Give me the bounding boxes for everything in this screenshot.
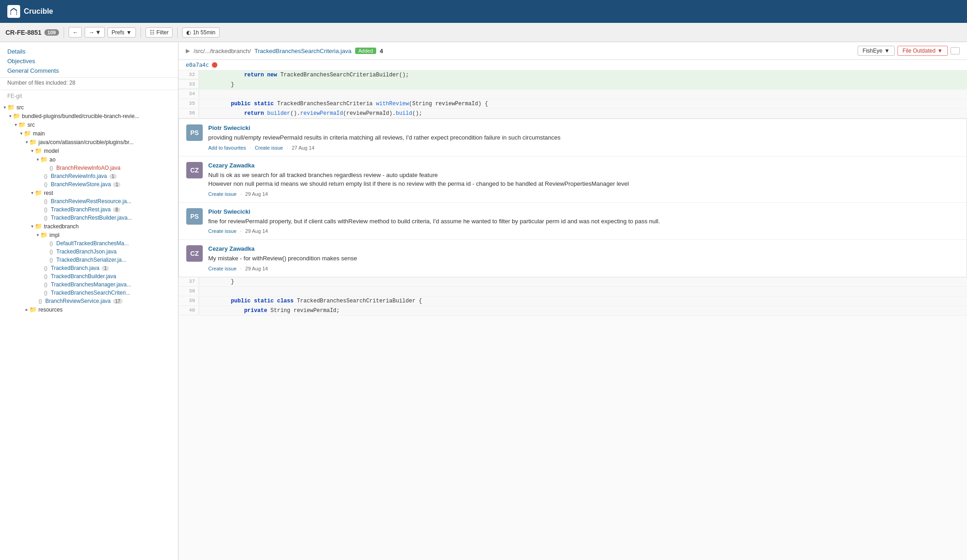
file-name: BranchReviewStore.java	[51, 181, 111, 188]
tree-item[interactable]: {}TrackedBranch.java1	[0, 264, 178, 272]
folder-icon: 📁	[29, 139, 37, 145]
tree-item[interactable]: ▾📁model	[0, 146, 178, 155]
commit-hash[interactable]: e0a7a4c	[186, 62, 209, 68]
code-line-40: 40 private String reviewPermaId;	[178, 306, 967, 316]
clock-icon: ◐	[186, 29, 191, 36]
code-line-34: 34	[178, 90, 967, 99]
folder-name: java/com/atlassian/crucible/plugins/br..…	[38, 139, 134, 145]
file-comment-badge: 17	[113, 299, 123, 304]
line-content-36: return builder().reviewPermaId(reviewPer…	[199, 109, 427, 118]
prefs-chevron-icon: ▼	[126, 29, 132, 36]
tree-item[interactable]: ▾📁bundled-plugins/bundled/crucible-branc…	[0, 112, 178, 120]
file-icon: {}	[43, 215, 49, 221]
tree-item[interactable]: {}TrackedBranchSerializer.ja...	[0, 256, 178, 264]
sidebar: Details Objectives General Comments Numb…	[0, 42, 178, 560]
top-header: Crucible	[0, 0, 967, 23]
code-line-39: 39 public static class TrackedBranchesSe…	[178, 296, 967, 306]
create-issue-link-4[interactable]: Create issue	[208, 266, 237, 271]
time-button[interactable]: ◐ 1h 55min	[182, 27, 219, 38]
nav-back-button[interactable]: ←	[69, 27, 82, 38]
add-to-fav-link-1[interactable]: Add to favourites	[208, 145, 246, 151]
comment-actions-1: Add to favourites · Create issue · 27 Au…	[208, 145, 959, 151]
filter-icon: ☷	[150, 29, 155, 36]
expand-icon[interactable]	[951, 47, 960, 54]
tree-item[interactable]: ▾📁rest	[0, 188, 178, 197]
tree-item[interactable]: ▾📁ao	[0, 155, 178, 164]
time-label: 1h 55min	[193, 29, 215, 36]
nav-forward-group[interactable]: → ▼	[85, 27, 105, 38]
tree-item[interactable]: {}BranchReviewStore.java1	[0, 180, 178, 188]
file-name: TrackedBranchesManager.java...	[51, 281, 131, 288]
file-comment-badge: 8	[113, 207, 120, 212]
file-comment-badge: 1	[113, 182, 120, 187]
tree-item[interactable]: {}TrackedBranchRestBuilder.java...	[0, 214, 178, 222]
file-icon: {}	[43, 173, 49, 179]
file-name: BranchReviewInfoAO.java	[56, 165, 120, 171]
folder-triangle-icon: ▾	[9, 113, 11, 118]
tree-item[interactable]: {}TrackedBranchesManager.java...	[0, 280, 178, 289]
file-icon: {}	[43, 290, 49, 296]
line-num-40: 40	[178, 306, 199, 314]
tree-item[interactable]: {}BranchReviewInfoAO.java	[0, 164, 178, 172]
comment-author-3[interactable]: Piotr Swiecicki	[208, 208, 959, 215]
tree-item[interactable]: ▾📁impl	[0, 231, 178, 239]
tree-item[interactable]: ▾📁src	[0, 103, 178, 112]
file-comment-badge: 1	[102, 266, 109, 271]
tree-item[interactable]: {}BranchReviewService.java17	[0, 297, 178, 305]
tree-item[interactable]: ▾📁main	[0, 129, 178, 138]
prefs-label: Prefs	[112, 29, 124, 36]
code-line-37: 37 }	[178, 277, 967, 287]
file-count: Number of files included: 28	[0, 78, 178, 90]
code-line-38: 38	[178, 287, 967, 296]
sidebar-nav-details[interactable]: Details	[7, 47, 171, 56]
cr-id-badge: CR-FE-8851 109	[5, 29, 59, 36]
file-name-link[interactable]: TrackedBranchesSearchCriteria.java	[254, 48, 351, 54]
folder-name: main	[33, 130, 45, 137]
tree-item[interactable]: {}TrackedBranchBuilder.java	[0, 272, 178, 280]
file-name: BranchReviewService.java	[45, 298, 111, 304]
tree-item[interactable]: ▸📁resources	[0, 305, 178, 314]
line-content-40: private String reviewPermaId;	[199, 306, 345, 315]
crucible-logo-icon	[7, 5, 20, 18]
code-block-top: 32 return new TrackedBranchesSearchCrite…	[178, 70, 967, 118]
file-name: TrackedBranchBuilder.java	[51, 273, 116, 280]
comment-body-4: Cezary Zawadka My mistake - for withRevi…	[208, 245, 959, 271]
fisheye-label: FishEye	[863, 48, 882, 54]
line-num-37: 37	[178, 277, 199, 285]
create-issue-link-2[interactable]: Create issue	[208, 191, 237, 197]
tree-item[interactable]: {}TrackedBranchesSearchCriteri...	[0, 289, 178, 297]
tree-item[interactable]: ▾📁src	[0, 120, 178, 129]
logo-area[interactable]: Crucible	[7, 5, 53, 18]
comment-author-4[interactable]: Cezary Zawadka	[208, 245, 959, 252]
tree-item[interactable]: ▾📁trackedbranch	[0, 222, 178, 231]
filter-label: Filter	[157, 29, 169, 36]
tree-item[interactable]: {}BranchReviewRestResource.ja...	[0, 197, 178, 205]
comment-1: PS Piotr Swiecicki providing null/empty …	[179, 119, 967, 156]
cr-id: CR-FE-8851	[5, 29, 42, 36]
tree-item[interactable]: {}BranchReviewInfo.java1	[0, 172, 178, 180]
file-icon: {}	[48, 249, 54, 254]
comments-section: PS Piotr Swiecicki providing null/empty …	[178, 118, 967, 277]
tree-item[interactable]: {}TrackedBranchJson.java	[0, 248, 178, 256]
filter-button[interactable]: ☷ Filter	[146, 27, 173, 38]
sidebar-nav-objectives[interactable]: Objectives	[7, 56, 171, 66]
create-issue-link-1[interactable]: Create issue	[255, 145, 283, 151]
tree-item[interactable]: {}TrackedBranchRest.java8	[0, 205, 178, 214]
file-header: ▶ /src/.../trackedbranch/TrackedBranches…	[178, 42, 967, 60]
folder-triangle-icon: ▸	[26, 307, 28, 312]
comment-author-2[interactable]: Cezary Zawadka	[208, 162, 959, 169]
tree-item[interactable]: {}DefaultTrackedBranchesMa...	[0, 239, 178, 248]
code-line-35: 35 public static TrackedBranchesSearchCr…	[178, 99, 967, 109]
fisheye-button[interactable]: FishEye ▼	[858, 46, 895, 56]
create-issue-link-3[interactable]: Create issue	[208, 228, 237, 234]
file-outdated-button[interactable]: File Outdated ▼	[897, 46, 948, 56]
sidebar-nav-general-comments[interactable]: General Comments	[7, 66, 171, 75]
tree-item[interactable]: ▾📁java/com/atlassian/crucible/plugins/br…	[0, 138, 178, 146]
prefs-button[interactable]: Prefs ▼	[108, 27, 136, 38]
folder-triangle-icon: ▾	[20, 131, 22, 136]
comment-2: CZ Cezary Zawadka Null is ok as we searc…	[179, 156, 967, 203]
comment-text-2: Null is ok as we search for all tracked …	[208, 171, 959, 188]
file-comment-badge: 1	[109, 174, 117, 179]
comment-author-1[interactable]: Piotr Swiecicki	[208, 124, 959, 131]
line-content-35: public static TrackedBranchesSearchCrite…	[199, 99, 493, 108]
